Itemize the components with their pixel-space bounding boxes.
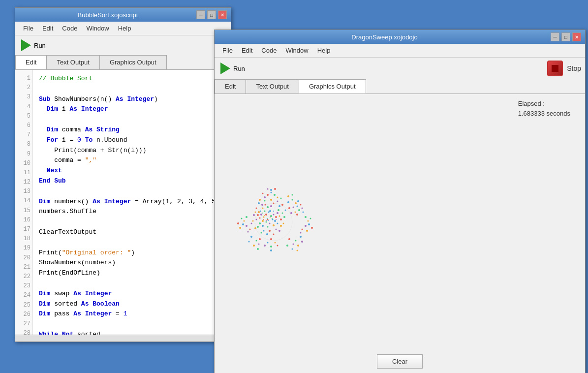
dragon-tab-graphics-output[interactable]: Graphics Output — [299, 79, 366, 93]
svg-point-23 — [278, 209, 279, 211]
svg-point-24 — [279, 215, 280, 217]
dragon-tabs: Edit Text Output Graphics Output — [215, 79, 585, 94]
svg-point-25 — [270, 205, 272, 207]
code-line-9: comma = "," — [39, 155, 225, 166]
dragon-elapsed-label: Elapsed : — [518, 99, 570, 109]
svg-point-93 — [310, 218, 311, 219]
svg-point-8 — [264, 210, 266, 212]
svg-point-76 — [288, 207, 290, 209]
svg-point-16 — [259, 217, 261, 218]
bubble-titlebar-right-controls[interactable]: ─ □ ✕ — [196, 10, 227, 19]
bubble-play-icon — [21, 39, 31, 51]
svg-point-29 — [273, 224, 275, 226]
svg-point-63 — [274, 194, 276, 196]
svg-point-104 — [297, 249, 298, 251]
svg-point-52 — [285, 209, 286, 211]
svg-point-47 — [258, 202, 260, 204]
dragon-stop-icon — [552, 65, 558, 72]
svg-point-5 — [260, 214, 262, 216]
dragon-close-btn[interactable]: ✕ — [572, 32, 581, 41]
dragon-minimize-btn[interactable]: ─ — [551, 32, 559, 41]
svg-point-55 — [279, 230, 280, 232]
code-line-23: Dim sorted As Boolean — [39, 299, 225, 310]
dragon-sweep-window: DragonSweep.xojodojo ─ □ ✕ File Edit Cod… — [214, 30, 586, 373]
dragon-clear-button[interactable]: Clear — [377, 354, 423, 369]
bubble-run-button[interactable]: Run — [19, 38, 48, 52]
svg-point-73 — [292, 199, 293, 200]
svg-point-15 — [277, 212, 279, 214]
svg-point-14 — [262, 207, 264, 209]
svg-point-58 — [261, 232, 262, 233]
dragon-titlebar-right-controls[interactable]: ─ □ ✕ — [551, 32, 581, 41]
svg-point-74 — [295, 202, 297, 204]
svg-point-51 — [281, 204, 283, 206]
svg-point-80 — [290, 212, 292, 214]
svg-point-17 — [274, 220, 276, 222]
svg-point-103 — [286, 245, 288, 247]
bubble-menu-edit[interactable]: Edit — [38, 24, 57, 33]
svg-point-44 — [252, 220, 254, 221]
dragon-menu-window[interactable]: Window — [281, 46, 312, 55]
svg-point-91 — [302, 228, 303, 230]
dragon-run-button[interactable]: Run — [218, 62, 247, 75]
dragon-menubar: File Edit Code Window Help — [215, 44, 585, 58]
bubble-horizontal-scrollbar[interactable] — [15, 335, 231, 342]
code-line-5 — [39, 115, 225, 125]
dragon-tab-edit[interactable]: Edit — [215, 79, 246, 93]
code-line-22: Dim swap As Integer — [39, 289, 225, 299]
dragon-menu-edit[interactable]: Edit — [238, 46, 256, 55]
bubble-tab-text-output[interactable]: Text Output — [46, 55, 99, 69]
code-line-20: Print(EndOfLine) — [39, 268, 225, 279]
bubble-tab-edit[interactable]: Edit — [15, 55, 47, 69]
bubble-minimize-btn[interactable]: ─ — [196, 10, 205, 19]
code-line-11: End Sub — [39, 176, 225, 186]
svg-point-102 — [292, 248, 293, 249]
svg-point-7 — [269, 210, 271, 212]
code-line-10: Next — [39, 166, 225, 176]
svg-point-70 — [267, 188, 269, 189]
svg-point-100 — [293, 243, 294, 245]
dragon-stop-button[interactable] — [547, 61, 563, 76]
bubble-titlebar: BubbleSort.xojoscript ─ □ ✕ — [15, 8, 231, 22]
dragon-menu-code[interactable]: Code — [257, 46, 280, 55]
svg-point-28 — [267, 226, 269, 227]
svg-point-21 — [257, 214, 259, 216]
svg-point-61 — [267, 194, 269, 196]
bubble-code-area[interactable]: 12345 678910 1112131415 1617181920 21222… — [15, 70, 231, 342]
bubble-tab-graphics-output[interactable]: Graphics Output — [99, 55, 167, 69]
dragon-menu-help[interactable]: Help — [313, 46, 335, 55]
dragon-maximize-btn[interactable]: □ — [561, 32, 570, 41]
svg-point-114 — [244, 220, 245, 221]
svg-point-124 — [253, 245, 255, 247]
svg-point-79 — [295, 211, 296, 213]
svg-point-0 — [255, 203, 292, 241]
svg-point-89 — [308, 220, 309, 221]
svg-point-57 — [266, 233, 268, 235]
bubble-close-btn[interactable]: ✕ — [218, 10, 227, 19]
bubble-menu-file[interactable]: File — [19, 24, 37, 33]
svg-point-97 — [300, 236, 302, 238]
code-line-8: Print(comma + Str(n(i))) — [39, 146, 225, 156]
dragon-bottom-bar: Clear — [215, 349, 585, 373]
svg-point-126 — [259, 238, 261, 240]
svg-point-77 — [297, 205, 298, 207]
code-line-25 — [39, 319, 225, 330]
dragon-toolbar-right: Stop — [547, 61, 581, 76]
svg-point-32 — [277, 222, 279, 224]
svg-point-81 — [300, 204, 302, 205]
bubble-menu-window[interactable]: Window — [82, 24, 113, 33]
bubble-maximize-btn[interactable]: □ — [207, 10, 216, 19]
svg-point-56 — [273, 233, 275, 235]
svg-point-59 — [254, 227, 256, 229]
svg-point-49 — [270, 199, 272, 201]
bubble-menu-help[interactable]: Help — [114, 24, 135, 33]
bubble-menu-code[interactable]: Code — [58, 24, 81, 33]
svg-point-54 — [283, 222, 284, 224]
bubble-sort-window: BubbleSort.xojoscript ─ □ ✕ File Edit Co… — [15, 7, 231, 342]
svg-point-10 — [273, 214, 275, 215]
dragon-toolbar-left: Run — [218, 62, 247, 75]
svg-point-137 — [262, 213, 263, 214]
svg-point-98 — [295, 240, 297, 241]
dragon-menu-file[interactable]: File — [218, 46, 237, 55]
dragon-tab-text-output[interactable]: Text Output — [246, 79, 299, 93]
